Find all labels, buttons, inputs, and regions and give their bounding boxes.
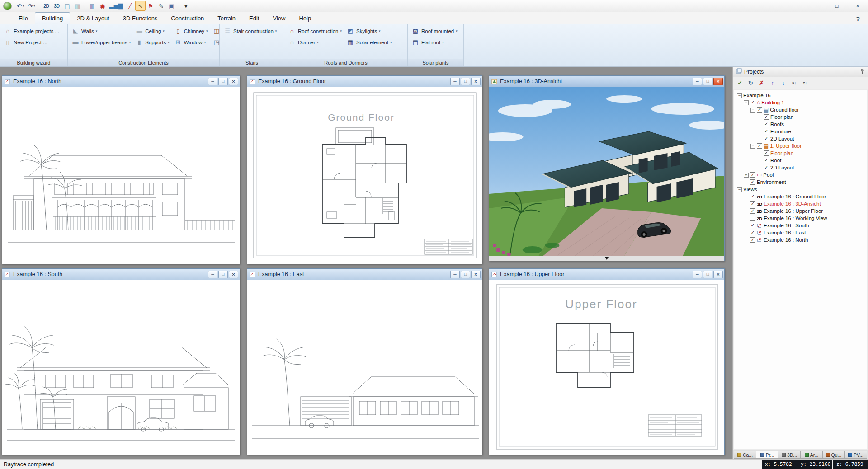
tree-item-example-16-working-view[interactable]: 2DExample 16 : Working View [735,215,867,222]
delete-button[interactable]: ✗ [756,79,767,88]
ribbon-item-flat-roof[interactable]: ▤Flat roof▾ [410,37,461,48]
tree-item-roofs[interactable]: ✓Roofs [735,121,867,128]
tree-item-example-16-south[interactable]: ✓Example 16 : South [735,222,867,229]
checkbox[interactable] [750,216,755,221]
flag-button[interactable]: ⚑ [146,1,156,11]
window-titlebar[interactable]: Example 16 : 3D-Ansicht ─ □ × [489,76,724,87]
ribbon-item-solar-element[interactable]: ▦Solar element▾ [345,37,395,48]
tree-item-floor-plan[interactable]: ✓Floor plan [735,150,867,157]
window-example16-south[interactable]: Example 16 : South ─ □ × [2,268,240,455]
window-titlebar[interactable]: Example 16 : Ground Floor ─ □ × [247,76,482,87]
ribbon-item-window[interactable]: ⊞Window▾ [173,37,212,48]
ribbon-item-walls[interactable]: ◣Walls▾ [71,25,134,37]
app-minimize-button[interactable]: ─ [806,0,826,12]
sort-ascending-button[interactable]: a↓ [789,79,799,88]
panel-tab-qu[interactable]: Qu... [823,451,845,459]
minimize-button[interactable]: ─ [208,271,217,278]
collapse-icon[interactable]: − [750,108,755,113]
maximize-button[interactable]: □ [218,271,228,278]
window-titlebar[interactable]: Example 16 : Upper Floor ─ □ × [489,269,724,280]
collapse-icon[interactable]: − [744,100,749,105]
panel-tab-pr[interactable]: Pr... [756,451,778,459]
tree-item-example-16-upper-floor[interactable]: ✓2DExample 16 : Upper Floor [735,207,867,215]
tree-item-floor-plan[interactable]: ✓Floor plan [735,113,867,121]
checkbox[interactable]: ✓ [750,230,755,235]
window-example16-ground-floor[interactable]: Example 16 : Ground Floor ─ □ × Ground F… [247,75,482,264]
redo-button[interactable]: ↷▾ [26,1,37,11]
drawing-area-north-elevation[interactable] [2,87,240,264]
tab-construction[interactable]: Construction [164,13,211,24]
tree-item-building-1[interactable]: −✓⌂Building 1 [735,99,867,106]
maximize-button[interactable]: □ [461,271,470,278]
checkbox[interactable]: ✓ [764,158,769,163]
drawing-area-upper-floor-plan[interactable]: Upper Floor [489,280,724,455]
undo-button[interactable]: ↶▾ [15,1,26,11]
statistics-button[interactable]: ▃▅▇ [108,1,125,11]
checkbox[interactable]: ✓ [750,100,755,105]
tree-item-example-16-north[interactable]: ✓Example 16 : North [735,236,867,244]
ribbon-item-lower-upper-beams[interactable]: ▬Lower/upper beams▾ [71,37,134,48]
collapse-icon[interactable]: − [737,187,742,192]
raytrace-button[interactable]: ◉ [97,1,108,11]
projects-panel-header[interactable]: Projects [733,67,868,77]
measure-button[interactable]: ╱ [125,1,135,11]
checkbox[interactable]: ✓ [750,179,755,185]
maximize-button[interactable]: □ [461,78,470,85]
ribbon-item-analysis[interactable]: ☀Analysis [461,25,463,37]
ribbon-item-stair-construction[interactable]: ☰Stair construction▾ [222,25,280,37]
panel-tab-ar[interactable]: Ar... [801,451,823,459]
drawing-area-ground-floor-plan[interactable]: Ground Floor [247,87,482,264]
maximize-button[interactable]: □ [703,271,712,278]
ribbon-item-door[interactable]: ◫Door▾ [212,25,219,37]
viewport-3d[interactable] [489,87,724,261]
tab-2d-layout[interactable]: 2D & Layout [70,13,116,24]
expand-icon[interactable]: + [744,173,749,178]
pin-icon[interactable] [860,69,865,75]
tree-item-environment[interactable]: ✓Environment [735,178,867,186]
tab-help[interactable]: Help [292,13,318,24]
ribbon-item-dormer[interactable]: ⌂Dormer▾ [287,37,345,48]
drawing-area-south-elevation[interactable] [2,280,240,455]
ribbon-item-roof-mounted[interactable]: ▧Roof mounted▾ [410,25,461,37]
tile-horizontal-button[interactable]: ▤ [62,1,72,11]
app-close-button[interactable]: × [847,0,868,12]
close-button[interactable]: × [229,271,238,278]
window-example16-3d-ansicht[interactable]: Example 16 : 3D-Ansicht ─ □ × [489,75,725,261]
grid-button[interactable]: ▦ [87,1,97,11]
panel-tab-pv[interactable]: PV... [845,451,867,459]
collapse-icon[interactable]: − [737,93,742,98]
checkbox[interactable]: ✓ [764,150,769,156]
tree-item-furniture[interactable]: ✓Furniture [735,128,867,135]
checkbox[interactable]: ✓ [750,201,755,206]
close-button[interactable]: × [471,78,481,85]
refresh-button[interactable]: ↻ [745,79,756,88]
ribbon-item-ceiling[interactable]: ▬Ceiling▾ [134,25,173,37]
close-button[interactable]: × [713,271,723,278]
confirm-button[interactable]: ✓ [735,79,745,88]
app-maximize-button[interactable]: □ [826,0,847,12]
checkbox[interactable]: ✓ [764,129,769,134]
checkbox[interactable]: ✓ [750,208,755,214]
window-titlebar[interactable]: Example 16 : North ─ □ × [2,76,240,87]
close-button[interactable]: × [713,78,723,85]
ribbon-item-chimney[interactable]: ▯Chimney▾ [173,25,212,37]
checkbox[interactable]: ✓ [750,194,755,199]
drawing-area-east-elevation[interactable] [247,280,482,455]
panel-tab-ca[interactable]: Ca... [734,451,756,459]
tab-file[interactable]: File [12,13,35,24]
tree-item-ground-floor[interactable]: −✓▤Ground floor [735,106,867,113]
window-example16-east[interactable]: Example 16 : East ─ □ × [247,268,482,455]
window-example16-upper-floor[interactable]: Example 16 : Upper Floor ─ □ × Upper Flo… [489,268,725,455]
ribbon-item-supports[interactable]: ▮Supports▾ [134,37,173,48]
panel-tab-3d[interactable]: 3D... [778,451,801,459]
tree-item-1-upper-floor[interactable]: −✓▤1. Upper floor [735,142,867,150]
edit-style-button[interactable]: ✎ [156,1,166,11]
checkbox[interactable]: ✓ [750,223,755,228]
tree-item-example-16-3d-ansicht[interactable]: ✓3DExample 16 : 3D-Ansicht [735,200,867,207]
window-titlebar[interactable]: Example 16 : East ─ □ × [247,269,482,280]
2d-view-button[interactable]: 2D [41,1,52,11]
checkbox[interactable]: ✓ [764,136,769,141]
maximize-button[interactable]: □ [703,78,712,85]
window-example16-north[interactable]: Example 16 : North ─ □ × [2,75,240,264]
help-button[interactable]: ? [856,15,860,24]
